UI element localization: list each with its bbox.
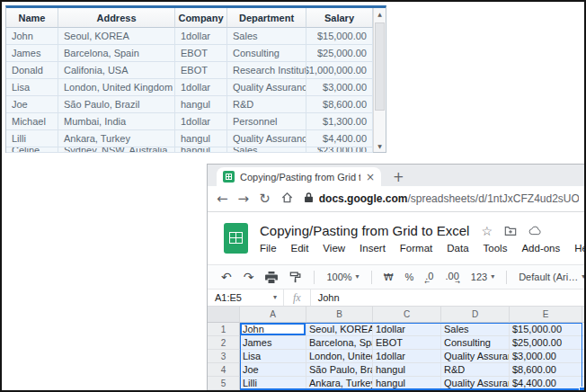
grid-col-header-name[interactable]: Name — [6, 8, 58, 28]
sheet-cell[interactable]: Consulting — [441, 336, 510, 350]
print-icon[interactable] — [265, 272, 278, 283]
sheet-cell[interactable]: Ankara, Turkey — [306, 377, 373, 390]
grid-cell[interactable]: $4,400.00 — [306, 130, 373, 147]
col-header-c[interactable]: C — [373, 307, 441, 323]
sheet-cell[interactable]: 1dollar — [373, 350, 441, 363]
grid-cell[interactable]: $15,000.00 — [306, 28, 373, 45]
sheets-logo-icon[interactable] — [224, 223, 248, 254]
grid-cell[interactable]: Lisa — [6, 79, 58, 96]
redo-icon[interactable]: ↷ — [244, 271, 254, 283]
grid-cell[interactable]: $1,300.00 — [306, 113, 373, 130]
menu-edit[interactable]: Edit — [291, 243, 309, 254]
grid-cell[interactable]: $25,000.00 — [306, 45, 373, 62]
zoom-select[interactable]: 100%▾ — [326, 272, 359, 282]
tab-close-icon[interactable]: × — [366, 172, 375, 183]
grid-cell[interactable]: $8,600.00 — [306, 96, 373, 113]
grid-cell[interactable]: $23,000.00 — [306, 147, 373, 153]
table-row-partial[interactable]: Celine Sydney, NSW, Australia hangul Sal… — [6, 147, 373, 153]
star-icon[interactable]: ☆ — [481, 225, 493, 237]
sheet-cell[interactable]: 1dollar — [373, 323, 441, 336]
format-percent-button[interactable]: % — [405, 272, 414, 282]
grid-cell[interactable]: Ankara, Turkey — [58, 130, 175, 147]
table-row[interactable]: Lilli Ankara, Turkey hangul Quality Assu… — [6, 130, 373, 147]
grid-cell[interactable]: Barcelona, Spain — [58, 45, 175, 62]
grid-cell[interactable]: 1dollar — [175, 113, 227, 130]
menu-tools[interactable]: Tools — [484, 243, 508, 254]
document-title[interactable]: Copying/Pasting from Grid to Excel — [260, 223, 469, 238]
sheet-cell[interactable]: Lisa — [240, 350, 306, 363]
grid-cell[interactable]: Joe — [6, 96, 58, 113]
lock-icon[interactable] — [304, 191, 314, 207]
format-currency-button[interactable]: ₩ — [384, 272, 394, 282]
grid-cell[interactable]: 1dollar — [175, 28, 227, 45]
sheet-cell[interactable]: London, United Kingdom — [306, 350, 373, 363]
sheet-cell[interactable]: Seoul, KOREA — [306, 323, 373, 336]
col-header-e[interactable]: E — [510, 307, 582, 323]
grid-cell[interactable]: Research Institute — [227, 62, 306, 79]
sheet-cell[interactable] — [582, 323, 586, 336]
browser-tab[interactable]: Copying/Pasting from Grid to E × — [217, 167, 381, 186]
menu-file[interactable]: File — [260, 243, 277, 254]
sheet-cell[interactable]: Joe — [240, 363, 306, 377]
row-header[interactable]: 3 — [208, 350, 240, 363]
sheet-cell[interactable]: $8,600.00 — [510, 363, 582, 377]
grid-cell[interactable]: $1,000,000.00 — [306, 62, 373, 79]
sheet-cell[interactable] — [582, 363, 586, 377]
menu-data[interactable]: Data — [447, 243, 468, 254]
increase-decimals-button[interactable]: .00→ — [445, 271, 458, 283]
more-formats-button[interactable]: 123▾ — [471, 272, 494, 282]
grid-cell[interactable]: London, United Kingdom — [58, 79, 175, 96]
grid-cell[interactable]: São Paulo, Brazil — [58, 96, 175, 113]
table-row[interactable]: James Barcelona, Spain EBOT Consulting $… — [6, 45, 373, 62]
grid-cell[interactable]: Quality Assurance — [227, 79, 306, 96]
grid-col-header-department[interactable]: Department — [227, 8, 306, 28]
grid-cell[interactable]: 1dollar — [175, 79, 227, 96]
forward-icon[interactable]: → — [238, 192, 250, 206]
sheet-cell[interactable]: $15,000.00 — [510, 323, 582, 336]
reload-icon[interactable]: ↻ — [259, 192, 271, 206]
formula-input[interactable]: John — [311, 292, 340, 303]
grid-cell[interactable]: R&D — [227, 96, 306, 113]
sheet-cell[interactable]: Quality Assurance — [441, 350, 510, 363]
grid-cell[interactable]: Donald — [6, 62, 58, 79]
omnibox[interactable]: docs.google.com/spreadsheets/d/1ntJxCFZ4… — [304, 191, 579, 207]
grid-cell[interactable]: Consulting — [227, 45, 306, 62]
row-header[interactable]: 5 — [208, 377, 240, 390]
scrollbar-thumb[interactable] — [375, 22, 385, 111]
font-select[interactable]: Default (Ari…▾ — [519, 272, 585, 282]
sheet-cell[interactable]: James — [240, 336, 306, 350]
grid-col-header-company[interactable]: Company — [175, 8, 227, 28]
sheet-cell[interactable] — [582, 350, 586, 363]
grid-cell[interactable]: Califonia, USA — [58, 62, 175, 79]
scroll-up-icon[interactable]: ▲ — [374, 8, 386, 20]
sheet-cell[interactable]: hangul — [373, 363, 441, 377]
new-tab-button[interactable]: + — [393, 171, 404, 184]
sheet-cell[interactable]: $25,000.00 — [510, 336, 582, 350]
sheet-cell[interactable]: hangul — [373, 377, 441, 390]
chevron-down-icon[interactable]: ▾ — [267, 294, 283, 301]
grid-cell[interactable]: John — [6, 28, 58, 45]
cloud-status-icon[interactable] — [528, 226, 542, 236]
scroll-down-icon[interactable]: ▼ — [374, 140, 386, 152]
undo-icon[interactable]: ↶ — [221, 271, 232, 283]
grid-cell[interactable]: $3,000.00 — [306, 79, 373, 96]
grid-cell[interactable]: Mumbai, India — [58, 113, 175, 130]
grid-cell[interactable]: hangul — [175, 130, 227, 147]
home-icon[interactable] — [280, 191, 294, 207]
grid-col-header-salary[interactable]: Salary — [306, 8, 373, 28]
grid-cell[interactable]: Lilli — [6, 130, 58, 147]
grid-cell[interactable]: EBOT — [175, 45, 227, 62]
sheet-cell[interactable]: Sales — [441, 323, 510, 336]
table-row[interactable]: Lisa London, United Kingdom 1dollar Qual… — [6, 79, 373, 96]
row-header[interactable]: 2 — [208, 336, 240, 350]
menu-view[interactable]: View — [323, 243, 345, 254]
grid-cell[interactable]: Michael — [6, 113, 58, 130]
table-row[interactable]: John Seoul, KOREA 1dollar Sales $15,000.… — [6, 28, 373, 45]
table-row[interactable]: Donald Califonia, USA EBOT Research Inst… — [6, 62, 373, 79]
menu-insert[interactable]: Insert — [360, 243, 386, 254]
grid-cell[interactable]: Sales — [227, 28, 306, 45]
sheet-cell[interactable] — [582, 336, 586, 350]
name-box[interactable]: A1:E5 — [208, 292, 267, 303]
grid-cell[interactable]: hangul — [175, 96, 227, 113]
col-header-d[interactable]: D — [441, 307, 510, 323]
